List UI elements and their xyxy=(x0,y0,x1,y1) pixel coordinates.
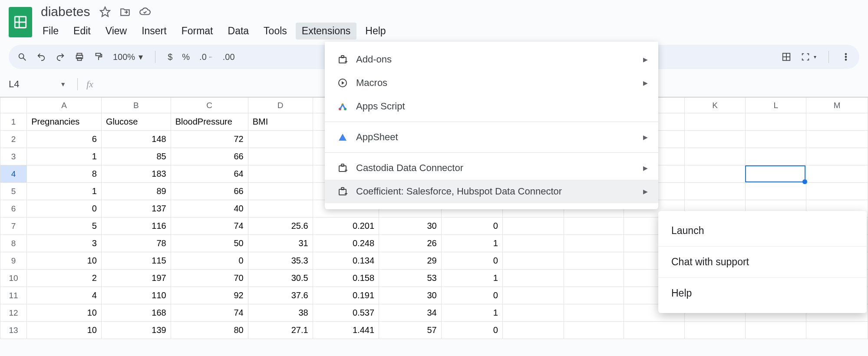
undo-button[interactable] xyxy=(36,52,46,62)
menu-data[interactable]: Data xyxy=(222,23,255,40)
increase-decimals-button[interactable]: .00 xyxy=(223,52,235,62)
cell[interactable] xyxy=(806,183,868,200)
cell[interactable]: 66 xyxy=(171,183,248,200)
decrease-decimals-button[interactable]: .0← xyxy=(199,52,213,62)
cell[interactable]: 0 xyxy=(441,218,502,235)
row-header[interactable]: 5 xyxy=(0,183,27,200)
col-header-B[interactable]: B xyxy=(101,98,171,113)
col-header-C[interactable]: C xyxy=(171,98,248,113)
cell[interactable] xyxy=(248,183,313,200)
cell[interactable]: 30 xyxy=(379,218,442,235)
more-button[interactable] xyxy=(841,52,851,62)
cell[interactable]: 53 xyxy=(379,270,442,287)
paint-format-button[interactable] xyxy=(94,52,103,62)
cell[interactable]: 1.441 xyxy=(313,322,379,339)
cell[interactable]: BloodPressure xyxy=(171,113,248,131)
cell[interactable]: 38 xyxy=(248,304,313,322)
col-header-M[interactable]: M xyxy=(806,98,868,113)
row-header[interactable]: 10 xyxy=(0,270,27,287)
cell[interactable]: 57 xyxy=(379,322,442,339)
cell[interactable] xyxy=(624,322,685,339)
cell[interactable] xyxy=(564,235,624,252)
cell[interactable]: 72 xyxy=(171,131,248,148)
cell[interactable]: 116 xyxy=(101,218,171,235)
cell[interactable]: 34 xyxy=(379,304,442,322)
cell[interactable]: 26 xyxy=(379,235,442,252)
menu-extensions[interactable]: Extensions xyxy=(296,23,357,40)
cell[interactable]: BMI xyxy=(248,113,313,131)
move-folder-icon[interactable] xyxy=(119,6,131,17)
cell[interactable] xyxy=(248,200,313,218)
cell[interactable]: 0.248 xyxy=(313,235,379,252)
select-all-corner[interactable] xyxy=(0,98,27,113)
cell[interactable]: 0.191 xyxy=(313,287,379,304)
col-header-D[interactable]: D xyxy=(248,98,313,113)
menu-help[interactable]: Help xyxy=(359,23,392,40)
cell[interactable]: 183 xyxy=(101,165,171,183)
cell[interactable] xyxy=(684,131,746,148)
row-header[interactable]: 3 xyxy=(0,148,27,165)
document-title[interactable]: diabetes xyxy=(38,4,92,19)
search-button[interactable] xyxy=(17,52,27,62)
star-icon[interactable] xyxy=(99,6,111,17)
col-header-K[interactable]: K xyxy=(684,98,746,113)
cell[interactable]: 25.6 xyxy=(248,218,313,235)
col-header-L[interactable]: L xyxy=(746,98,806,113)
cell[interactable]: 0.537 xyxy=(313,304,379,322)
cell[interactable] xyxy=(684,113,746,131)
cell[interactable]: 74 xyxy=(171,218,248,235)
cell[interactable]: 137 xyxy=(101,200,171,218)
cell[interactable]: 115 xyxy=(101,252,171,270)
cell[interactable]: 2 xyxy=(27,270,102,287)
row-header[interactable]: 4 xyxy=(0,165,27,183)
menu-edit[interactable]: Edit xyxy=(67,23,97,40)
cell[interactable]: 168 xyxy=(101,304,171,322)
menu-view[interactable]: View xyxy=(99,23,133,40)
format-currency-button[interactable]: $ xyxy=(168,52,172,62)
cell[interactable] xyxy=(684,183,746,200)
cell[interactable]: 5 xyxy=(27,218,102,235)
cell[interactable]: 10 xyxy=(27,322,102,339)
cell[interactable] xyxy=(684,148,746,165)
cell[interactable] xyxy=(248,148,313,165)
functions-button[interactable]: ▾ xyxy=(801,52,816,62)
cell[interactable]: 64 xyxy=(171,165,248,183)
cell[interactable] xyxy=(684,165,746,183)
cell[interactable]: 30.5 xyxy=(248,270,313,287)
cell[interactable]: 50 xyxy=(171,235,248,252)
zoom-select[interactable]: 100% ▾ xyxy=(113,52,143,62)
cell[interactable]: 0.158 xyxy=(313,270,379,287)
cell[interactable]: 0 xyxy=(441,252,502,270)
cell[interactable]: 1 xyxy=(27,148,102,165)
cell[interactable] xyxy=(564,322,624,339)
cell[interactable]: 148 xyxy=(101,131,171,148)
cell[interactable]: 197 xyxy=(101,270,171,287)
cell[interactable]: 0.134 xyxy=(313,252,379,270)
cell[interactable]: 139 xyxy=(101,322,171,339)
menu-format[interactable]: Format xyxy=(175,23,219,40)
row-header[interactable]: 2 xyxy=(0,131,27,148)
cell[interactable] xyxy=(746,165,806,183)
cell[interactable] xyxy=(248,131,313,148)
cell[interactable]: 4 xyxy=(27,287,102,304)
sheets-logo[interactable] xyxy=(9,7,32,37)
ext-item[interactable]: Add-ons▶ xyxy=(325,48,658,71)
format-percent-button[interactable]: % xyxy=(182,52,190,62)
menu-tools[interactable]: Tools xyxy=(257,23,293,40)
menu-file[interactable]: File xyxy=(36,23,65,40)
cell[interactable]: 1 xyxy=(27,183,102,200)
cell[interactable]: 74 xyxy=(171,304,248,322)
cell[interactable] xyxy=(684,322,746,339)
cell[interactable]: 0.201 xyxy=(313,218,379,235)
ext-item[interactable]: Macros▶ xyxy=(325,71,658,95)
cell[interactable] xyxy=(248,165,313,183)
borders-button[interactable] xyxy=(782,52,791,62)
cell[interactable] xyxy=(564,304,624,322)
cell[interactable]: 89 xyxy=(101,183,171,200)
cell[interactable] xyxy=(746,113,806,131)
cell[interactable] xyxy=(502,304,564,322)
cell[interactable]: 29 xyxy=(379,252,442,270)
redo-button[interactable] xyxy=(56,52,65,62)
row-header[interactable]: 9 xyxy=(0,252,27,270)
ext-item[interactable]: AppSheet▶ xyxy=(325,125,658,149)
